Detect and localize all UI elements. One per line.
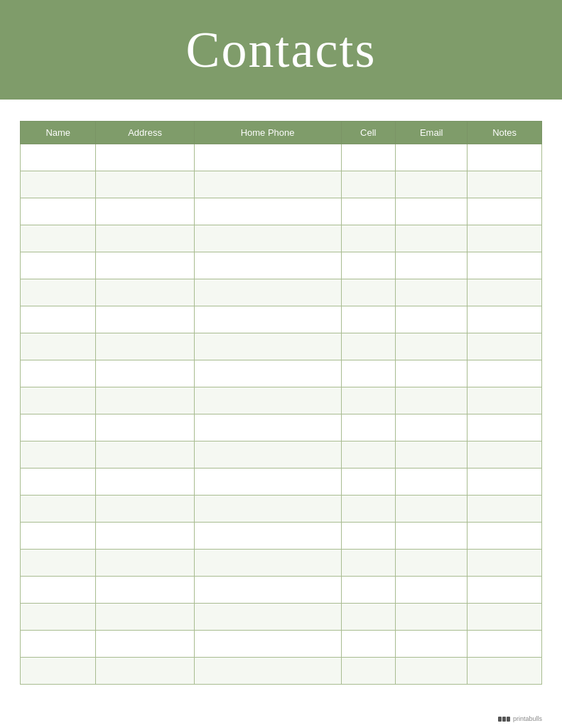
table-cell[interactable]	[396, 387, 468, 414]
table-cell[interactable]	[396, 441, 468, 469]
table-cell[interactable]	[21, 171, 96, 198]
table-cell[interactable]	[396, 523, 468, 550]
table-cell[interactable]	[468, 171, 542, 198]
table-cell[interactable]	[396, 469, 468, 496]
table-cell[interactable]	[21, 441, 96, 469]
table-cell[interactable]	[396, 550, 468, 577]
table-cell[interactable]	[468, 577, 542, 604]
table-cell[interactable]	[396, 496, 468, 523]
table-cell[interactable]	[21, 658, 96, 685]
table-cell[interactable]	[341, 387, 396, 414]
table-cell[interactable]	[468, 523, 542, 550]
table-cell[interactable]	[341, 550, 396, 577]
table-cell[interactable]	[96, 631, 194, 658]
table-cell[interactable]	[194, 550, 341, 577]
table-cell[interactable]	[21, 496, 96, 523]
table-cell[interactable]	[341, 144, 396, 171]
table-cell[interactable]	[468, 658, 542, 685]
table-cell[interactable]	[96, 469, 194, 496]
table-cell[interactable]	[96, 171, 194, 198]
table-cell[interactable]	[396, 171, 468, 198]
table-cell[interactable]	[341, 225, 396, 252]
table-cell[interactable]	[96, 496, 194, 523]
table-cell[interactable]	[21, 469, 96, 496]
table-cell[interactable]	[396, 631, 468, 658]
table-cell[interactable]	[21, 360, 96, 387]
table-cell[interactable]	[96, 279, 194, 306]
table-cell[interactable]	[468, 225, 542, 252]
table-cell[interactable]	[468, 252, 542, 279]
table-cell[interactable]	[21, 631, 96, 658]
table-cell[interactable]	[96, 523, 194, 550]
table-cell[interactable]	[468, 469, 542, 496]
table-cell[interactable]	[194, 252, 341, 279]
table-cell[interactable]	[21, 387, 96, 414]
table-cell[interactable]	[96, 225, 194, 252]
table-cell[interactable]	[194, 144, 341, 171]
table-cell[interactable]	[341, 360, 396, 387]
table-cell[interactable]	[194, 306, 341, 333]
table-cell[interactable]	[96, 387, 194, 414]
table-cell[interactable]	[396, 360, 468, 387]
table-cell[interactable]	[341, 198, 396, 225]
table-cell[interactable]	[396, 198, 468, 225]
table-cell[interactable]	[194, 441, 341, 469]
table-cell[interactable]	[396, 279, 468, 306]
table-cell[interactable]	[341, 604, 396, 631]
table-cell[interactable]	[96, 550, 194, 577]
table-cell[interactable]	[341, 631, 396, 658]
table-cell[interactable]	[341, 414, 396, 441]
table-cell[interactable]	[194, 171, 341, 198]
table-cell[interactable]	[341, 658, 396, 685]
table-cell[interactable]	[96, 333, 194, 360]
table-cell[interactable]	[468, 550, 542, 577]
table-cell[interactable]	[194, 658, 341, 685]
table-cell[interactable]	[468, 198, 542, 225]
table-cell[interactable]	[396, 306, 468, 333]
table-cell[interactable]	[341, 171, 396, 198]
table-cell[interactable]	[194, 333, 341, 360]
table-cell[interactable]	[396, 577, 468, 604]
table-cell[interactable]	[468, 306, 542, 333]
table-cell[interactable]	[468, 441, 542, 469]
table-cell[interactable]	[21, 577, 96, 604]
table-cell[interactable]	[194, 414, 341, 441]
table-cell[interactable]	[21, 198, 96, 225]
table-cell[interactable]	[194, 496, 341, 523]
table-cell[interactable]	[96, 144, 194, 171]
table-cell[interactable]	[341, 577, 396, 604]
table-cell[interactable]	[341, 306, 396, 333]
table-cell[interactable]	[194, 469, 341, 496]
table-cell[interactable]	[194, 360, 341, 387]
table-cell[interactable]	[96, 604, 194, 631]
table-cell[interactable]	[341, 333, 396, 360]
table-cell[interactable]	[341, 469, 396, 496]
table-cell[interactable]	[468, 387, 542, 414]
table-cell[interactable]	[21, 414, 96, 441]
table-cell[interactable]	[468, 333, 542, 360]
table-cell[interactable]	[468, 360, 542, 387]
table-cell[interactable]	[96, 306, 194, 333]
table-cell[interactable]	[396, 658, 468, 685]
table-cell[interactable]	[468, 144, 542, 171]
table-cell[interactable]	[396, 604, 468, 631]
table-cell[interactable]	[194, 604, 341, 631]
table-cell[interactable]	[194, 631, 341, 658]
table-cell[interactable]	[21, 604, 96, 631]
table-cell[interactable]	[468, 496, 542, 523]
table-cell[interactable]	[396, 144, 468, 171]
table-cell[interactable]	[96, 441, 194, 469]
table-cell[interactable]	[21, 523, 96, 550]
table-cell[interactable]	[396, 414, 468, 441]
table-cell[interactable]	[194, 577, 341, 604]
table-cell[interactable]	[21, 306, 96, 333]
table-cell[interactable]	[96, 360, 194, 387]
table-cell[interactable]	[341, 279, 396, 306]
table-cell[interactable]	[21, 279, 96, 306]
table-cell[interactable]	[21, 225, 96, 252]
table-cell[interactable]	[96, 577, 194, 604]
table-cell[interactable]	[194, 279, 341, 306]
table-cell[interactable]	[341, 496, 396, 523]
table-cell[interactable]	[21, 333, 96, 360]
table-cell[interactable]	[21, 550, 96, 577]
